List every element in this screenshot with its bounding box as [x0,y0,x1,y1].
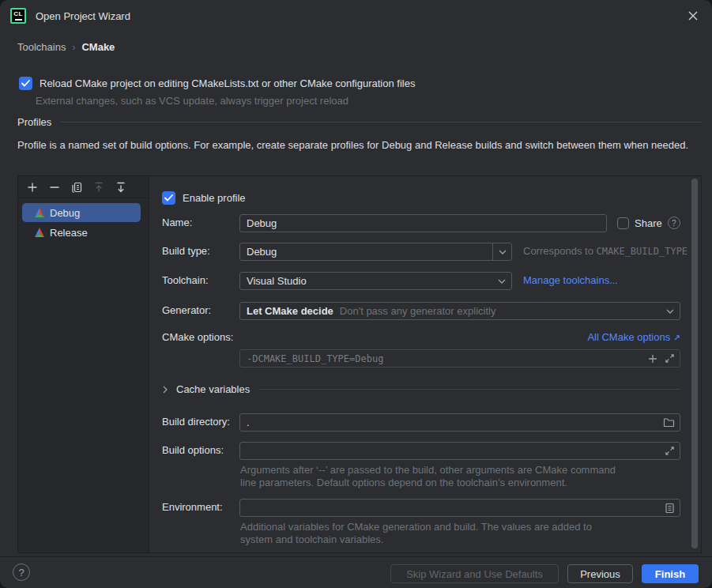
chevron-down-icon [665,308,675,315]
profiles-list-column: Debug Release [18,176,149,552]
build-options-label: Build options: [162,444,224,456]
environment-label: Environment: [162,501,223,513]
profiles-toolbar [18,176,149,198]
reload-cmake-checkbox-row[interactable]: Reload CMake project on editing CMakeLis… [19,77,415,90]
generator-label: Generator: [162,304,211,316]
move-up-icon[interactable] [92,180,106,194]
vertical-scrollbar[interactable] [691,179,698,548]
chevron-right-icon [162,385,168,394]
share-checkbox[interactable] [617,217,629,229]
profiles-section-header: Profiles [17,116,702,128]
cache-variables-label: Cache variables [176,383,250,395]
profiles-list: Debug Release [18,198,149,242]
move-down-icon[interactable] [114,180,128,194]
breadcrumb-separator-icon: › [72,42,75,53]
list-item-release[interactable]: Release [22,223,141,242]
profile-name: Release [50,227,88,239]
environment-hint: Additional variables for CMake generatio… [240,521,623,545]
breadcrumb: Toolchains › CMake [17,41,115,53]
manage-toolchains-link[interactable]: Manage toolchains... [523,274,618,286]
chevron-down-icon[interactable] [492,243,512,261]
variables-list-icon[interactable] [665,503,675,514]
copy-icon[interactable] [70,180,84,194]
previous-button[interactable]: Previous [567,564,633,583]
build-type-label: Build type: [162,245,210,257]
cmake-icon [34,227,45,238]
build-type-dropdown[interactable]: Debug [239,243,512,261]
build-type-hint: Corresponds to CMAKE_BUILD_TYPE [523,245,688,257]
reload-cmake-checkbox[interactable] [19,77,32,90]
build-options-hint: Arguments after ‘--’ are passed to the b… [240,464,623,488]
window-title: Open Project Wizard [36,10,130,22]
enable-profile-row[interactable]: Enable profile [162,191,246,205]
add-option-icon[interactable] [647,353,658,364]
folder-icon[interactable] [663,417,675,428]
footer-bar: ? Skip Wizard and Use Defaults Previous … [0,556,712,588]
cmake-icon [34,207,45,218]
cache-variables-section[interactable]: Cache variables [162,383,680,395]
reload-cmake-label: Reload CMake project on editing CMakeLis… [40,77,415,89]
cmake-options-input[interactable]: -DCMAKE_BUILD_TYPE=Debug [239,349,680,368]
profile-name: Debug [50,207,80,219]
help-icon[interactable]: ? [13,564,30,581]
profiles-description: Profile is a named set of build options.… [17,138,689,153]
title-bar: CL Open Project Wizard [0,0,712,32]
environment-input[interactable] [239,499,680,517]
close-icon[interactable] [680,3,706,28]
reload-cmake-hint: External changes, such as VCS update, al… [36,95,348,107]
breadcrumb-cmake: CMake [81,41,115,53]
add-icon[interactable] [25,180,40,194]
profiles-divider [61,122,702,122]
build-directory-label: Build directory: [162,416,230,428]
skip-wizard-button[interactable]: Skip Wizard and Use Defaults [390,564,559,583]
all-cmake-options-link[interactable]: All CMake options ↗ [587,331,680,343]
toolchain-dropdown[interactable]: Visual Studio [239,272,512,290]
list-item-debug[interactable]: Debug [22,203,141,222]
build-directory-input[interactable]: . [239,413,680,432]
cache-variables-divider [259,389,680,390]
remove-icon[interactable] [47,180,62,194]
share-row[interactable]: Share ? [617,217,680,229]
name-input[interactable]: Debug [239,214,607,232]
share-label: Share [635,217,662,229]
chevron-down-icon [497,278,507,285]
enable-profile-label: Enable profile [183,192,246,204]
clion-logo-icon: CL [10,8,26,24]
profile-detail-form: Enable profile Name: Debug Share ? Build… [150,176,701,552]
share-help-icon[interactable]: ? [668,217,680,229]
generator-placeholder: Don't pass any generator explicitly [340,305,665,317]
external-link-icon: ↗ [673,333,680,342]
profiles-panel: Debug Release Enable profile [17,175,702,553]
finish-button[interactable]: Finish [642,564,699,583]
build-options-input[interactable] [239,442,680,460]
cmake-options-label: CMake options: [162,331,233,343]
generator-dropdown[interactable]: Let CMake decide Don't pass any generato… [239,302,680,320]
open-project-wizard-dialog: CL Open Project Wizard Toolchains › CMak… [0,0,712,588]
toolchain-label: Toolchain: [162,274,209,286]
profiles-section-title: Profiles [17,116,51,128]
expand-icon[interactable] [665,353,675,364]
enable-profile-checkbox[interactable] [162,191,175,205]
breadcrumb-toolchains[interactable]: Toolchains [17,41,66,53]
name-label: Name: [162,217,192,228]
expand-icon[interactable] [665,446,675,456]
